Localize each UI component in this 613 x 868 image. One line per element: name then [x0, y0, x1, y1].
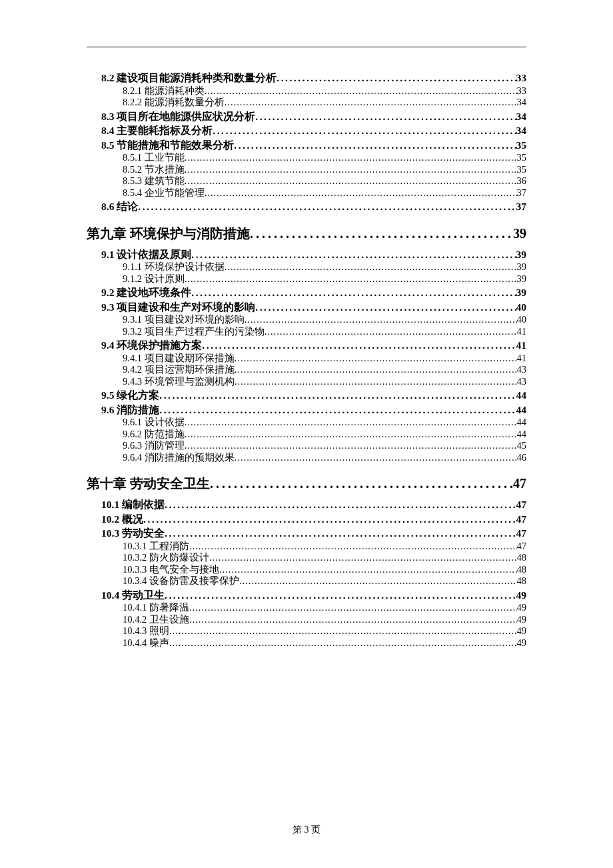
- toc-entry[interactable]: 9.6 消防措施 ...............................…: [101, 405, 526, 415]
- toc-entry[interactable]: 9.6.1 设计依据 .............................…: [123, 417, 526, 427]
- toc-entry[interactable]: 10.2 概况 ................................…: [101, 514, 526, 525]
- toc-entry[interactable]: 9.3 项目建设和生产对环境的影响 ......................…: [101, 302, 526, 313]
- toc-entry-page: 41: [517, 327, 527, 337]
- toc-entry[interactable]: 10.4.2 卫生设施 ............................…: [123, 615, 526, 625]
- toc-dot-leader: ........................................…: [277, 73, 516, 83]
- toc-entry[interactable]: 10.4.1 防暑降温 ............................…: [123, 603, 526, 613]
- toc-entry-label: 8.3 项目所在地能源供应状况分析: [101, 111, 255, 122]
- toc-entry-page: 41: [517, 353, 527, 363]
- toc-entry[interactable]: 9.3.1 项目建设对环境的影响 .......................…: [123, 315, 526, 325]
- toc-dot-leader: ........................................…: [219, 565, 517, 575]
- toc-entry[interactable]: 9.4.3 环境管理与监测机构 ........................…: [123, 377, 526, 387]
- toc-entry-label: 10.3.3 电气安全与接地: [123, 565, 219, 575]
- toc-entry[interactable]: 8.2.2 能源消耗数量分析 .........................…: [123, 97, 526, 107]
- toc-entry-page: 39: [516, 249, 527, 260]
- toc-entry[interactable]: 10.3 劳动安全 ..............................…: [101, 528, 526, 539]
- page-number: 第 3 页: [293, 825, 320, 835]
- toc-entry[interactable]: 8.5.4 企业节能管理 ...........................…: [123, 188, 526, 198]
- toc-entry[interactable]: 10.4 劳动卫生 ..............................…: [101, 590, 526, 601]
- toc-entry[interactable]: 9.1 设计依据及原则 ............................…: [101, 249, 526, 260]
- toc-entry[interactable]: 9.4.2 项目运营期环保措施 ........................…: [123, 365, 526, 375]
- toc-entry-page: 43: [517, 365, 527, 375]
- toc-dot-leader: ........................................…: [169, 638, 517, 648]
- toc-dot-leader: ........................................…: [185, 165, 517, 175]
- toc-dot-leader: ........................................…: [213, 125, 516, 136]
- toc-dot-leader: ........................................…: [209, 553, 517, 563]
- toc-dot-leader: ........................................…: [165, 499, 516, 510]
- toc-dot-leader: ........................................…: [265, 327, 517, 337]
- toc-dot-leader: ........................................…: [185, 429, 517, 439]
- toc-entry[interactable]: 10.3.1 工程消防 ............................…: [123, 541, 526, 551]
- toc-dot-leader: ........................................…: [235, 453, 517, 463]
- toc-entry-label: 9.4.3 环境管理与监测机构: [123, 377, 235, 387]
- toc-dot-leader: ........................................…: [169, 626, 517, 636]
- toc-entry-page: 36: [517, 176, 527, 186]
- toc-entry[interactable]: 10.4.4 噪声 ..............................…: [123, 638, 526, 648]
- toc-entry[interactable]: 10.3.3 电气安全与接地 .........................…: [123, 565, 526, 575]
- toc-entry[interactable]: 9.2 建设地环境条件 ............................…: [101, 287, 526, 298]
- toc-entry-page: 48: [517, 565, 527, 575]
- toc-entry[interactable]: 10.4.3 照明 ..............................…: [123, 626, 526, 636]
- toc-entry[interactable]: 8.5.1 工业节能 .............................…: [123, 153, 526, 163]
- toc-entry[interactable]: 8.5 节能措施和节能效果分析 ........................…: [101, 140, 526, 151]
- toc-entry-label: 10.3.1 工程消防: [123, 541, 189, 551]
- toc-entry[interactable]: 第九章 环境保护与消防措施 ..........................…: [87, 227, 526, 240]
- toc-entry[interactable]: 10.3.2 防火防爆设计 ..........................…: [123, 553, 526, 563]
- toc-dot-leader: ........................................…: [138, 201, 516, 212]
- toc-dot-leader: ........................................…: [185, 176, 517, 186]
- toc-entry-page: 40: [517, 315, 527, 325]
- toc-entry-label: 9.1.2 设计原则: [123, 274, 185, 284]
- toc-entry-label: 10.3.2 防火防爆设计: [123, 553, 209, 563]
- toc-entry[interactable]: 9.6.2 防范措施 .............................…: [123, 429, 526, 439]
- toc-dot-leader: ........................................…: [185, 441, 517, 451]
- toc-entry[interactable]: 8.6 结论 .................................…: [101, 201, 526, 212]
- toc-entry[interactable]: 9.4.1 项目建设期环保措施 ........................…: [123, 353, 526, 363]
- toc-entry[interactable]: 8.2.1 能源消耗种类 ...........................…: [123, 86, 526, 96]
- toc-dot-leader: ........................................…: [234, 140, 516, 151]
- toc-entry[interactable]: 8.3 项目所在地能源供应状况分析 ......................…: [101, 111, 526, 122]
- toc-entry[interactable]: 第十章 劳动安全卫生 .............................…: [87, 477, 526, 490]
- toc-dot-leader: ........................................…: [189, 615, 517, 625]
- toc-dot-leader: ........................................…: [235, 365, 517, 375]
- toc-entry-page: 46: [517, 453, 527, 463]
- toc-entry-page: 40: [516, 302, 527, 313]
- toc-entry[interactable]: 10.3.4 设备防雷及接零保护 .......................…: [123, 576, 526, 586]
- toc-dot-leader: ........................................…: [239, 576, 517, 586]
- toc-dot-leader: ........................................…: [235, 353, 517, 363]
- toc-entry[interactable]: 8.5.2 节水措施 .............................…: [123, 165, 526, 175]
- toc-entry-label: 第九章 环境保护与消防措施: [87, 227, 250, 240]
- toc-entry-page: 48: [517, 553, 527, 563]
- toc-entry-label: 10.4.3 照明: [123, 626, 169, 636]
- toc-dot-leader: ........................................…: [185, 274, 517, 284]
- toc-entry-label: 第十章 劳动安全卫生: [87, 477, 210, 490]
- toc-entry[interactable]: 8.2 建设项目能源消耗种类和数量分析 ....................…: [101, 73, 526, 83]
- toc-dot-leader: ........................................…: [202, 340, 516, 351]
- toc-entry[interactable]: 10.1 编制依据 ..............................…: [101, 499, 526, 510]
- toc-entry[interactable]: 9.1.2 设计原则 .............................…: [123, 274, 526, 284]
- toc-entry[interactable]: 9.6.4 消防措施的预期效果 ........................…: [123, 453, 526, 463]
- toc-dot-leader: ........................................…: [189, 541, 517, 551]
- toc-entry[interactable]: 9.5 绿化方案 ...............................…: [101, 390, 526, 401]
- toc-entry-label: 8.2 建设项目能源消耗种类和数量分析: [101, 73, 277, 83]
- toc-entry-page: 48: [517, 576, 527, 586]
- toc-entry-page: 35: [517, 165, 527, 175]
- toc-entry-page: 44: [516, 405, 527, 415]
- toc-dot-leader: ........................................…: [255, 111, 516, 122]
- toc-dot-leader: ........................................…: [225, 97, 517, 107]
- toc-entry[interactable]: 9.1.1 环境保护设计依据 .........................…: [123, 262, 526, 272]
- toc-entry-page: 35: [517, 153, 527, 163]
- toc-entry[interactable]: 8.4 主要能耗指标及分析 ..........................…: [101, 125, 526, 136]
- toc-entry-label: 10.4.1 防暑降温: [123, 603, 189, 613]
- toc-dot-leader: ........................................…: [250, 227, 513, 240]
- toc-entry[interactable]: 8.5.3 建筑节能 .............................…: [123, 176, 526, 186]
- toc-entry-label: 10.4 劳动卫生: [101, 590, 165, 601]
- toc-dot-leader: ........................................…: [165, 590, 516, 601]
- toc-entry[interactable]: 9.3.2 项目生产过程产生的污染物 .....................…: [123, 327, 526, 337]
- toc-entry-page: 33: [517, 86, 527, 96]
- toc-entry-label: 9.4.1 项目建设期环保措施: [123, 353, 235, 363]
- toc-entry-page: 34: [516, 125, 527, 136]
- toc-entry-label: 9.2 建设地环境条件: [101, 287, 191, 298]
- toc-entry[interactable]: 9.6.3 消防管理 .............................…: [123, 441, 526, 451]
- toc-entry-label: 8.6 结论: [101, 201, 138, 212]
- toc-entry[interactable]: 9.4 环境保护措施方案 ...........................…: [101, 340, 526, 351]
